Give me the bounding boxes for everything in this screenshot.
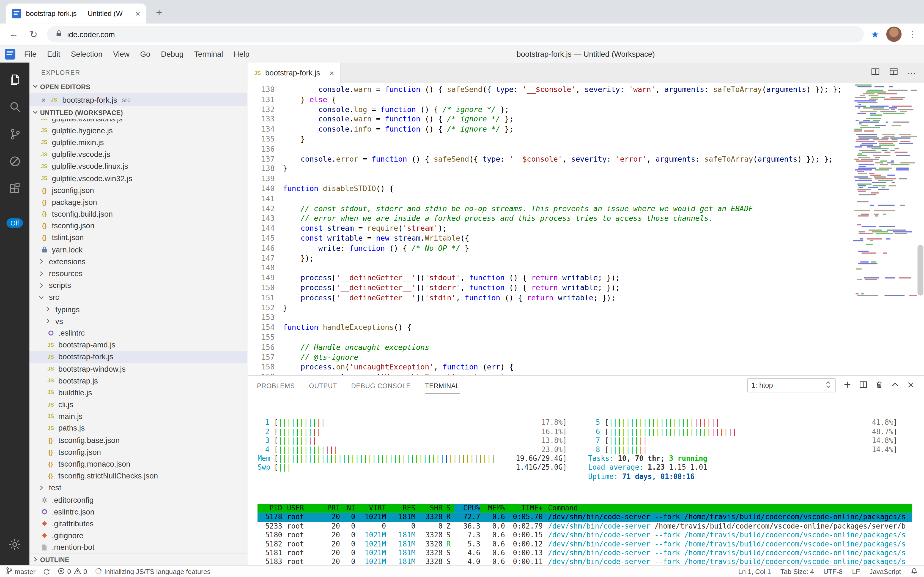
problems-item[interactable]: 0 0 [58,567,87,575]
tree-item-gulpfile-extensions-js[interactable]: JSgulpfile.extensions.js [29,119,247,125]
tree-item-scripts[interactable]: scripts [29,279,247,291]
tree-item-extensions[interactable]: extensions [29,255,247,267]
new-terminal-icon[interactable] [843,380,852,390]
column-header-pri[interactable]: PRI [320,504,340,513]
tree-item-yarn-lock[interactable]: yarn.lock [29,243,247,255]
tree-item-cli-js[interactable]: JScli.js [29,399,247,411]
menu-item-debug[interactable]: Debug [156,50,189,58]
tree-item-bootstrap-window-js[interactable]: JSbootstrap-window.js [29,363,247,375]
panel-tab-terminal[interactable]: TERMINAL [425,377,460,394]
browser-tab[interactable]: bootstrap-fork.js — Untitled (W × [6,3,146,24]
cursor-position[interactable]: Ln 1, Col 1 [738,568,771,575]
tab-size[interactable]: Tab Size: 4 [780,568,814,575]
tree-item-tslint-json[interactable]: {}tslint.json [29,232,247,243]
column-header-cpu[interactable]: CPU% [455,504,480,513]
tree-item-tsconfig-json[interactable]: {}tsconfig.json [29,220,247,232]
open-editor-item[interactable]: × JS bootstrap-fork.js src [29,93,247,106]
tree-item-tsconfig-monaco-json[interactable]: {}tsconfig.monaco.json [29,458,247,470]
search-icon[interactable] [0,93,29,121]
eol-indicator[interactable]: LF [852,568,860,575]
column-header-user[interactable]: USER [282,504,320,513]
tree-item-eslintrc[interactable]: .eslintrc [29,327,247,339]
reload-icon[interactable]: ↻ [27,29,40,40]
language-mode[interactable]: JavaScript [869,568,901,575]
address-bar[interactable]: ide.coder.com [47,26,863,42]
menu-item-file[interactable]: File [19,50,42,58]
tree-item-package-json[interactable]: {}package.json [29,196,247,208]
source-control-icon[interactable] [0,120,29,148]
tree-item-bootstrap-fork-js[interactable]: JSbootstrap-fork.js [29,351,247,363]
panel-tab-debug-console[interactable]: DEBUG CONSOLE [351,377,411,394]
tree-item-gulpfile-vscode-js[interactable]: JSgulpfile.vscode.js [29,148,247,160]
outline-section-header[interactable]: OUTLINE [29,553,247,565]
tree-item-bootstrap-js[interactable]: JSbootstrap.js [29,375,247,387]
editor-layout-icon[interactable] [889,67,898,79]
git-branch-item[interactable]: master [6,567,35,576]
close-editor-tab-icon[interactable]: × [329,68,334,77]
tree-item-src[interactable]: src [29,291,247,303]
back-icon[interactable]: ← [7,29,20,40]
encoding[interactable]: UTF-8 [823,568,842,575]
column-header-command[interactable]: Command [543,504,912,513]
settings-gear-icon[interactable] [0,531,29,558]
tree-item-tsconfig-base-json[interactable]: {}tsconfig.base.json [29,434,247,446]
code-editor[interactable]: 1301311321331341351361371381391401411421… [247,83,924,375]
terminal-select[interactable]: 1: htop [747,378,836,392]
collaboration-off-badge[interactable]: Off [6,218,23,228]
process-row-5182[interactable]: 5182root2001021M181M3328R5.30.60:00.12/d… [257,540,912,549]
panel-tab-problems[interactable]: PROBLEMS [257,377,295,394]
tree-item-tsconfig-strictnullchecks-json[interactable]: {}tsconfig.strictNullChecks.json [29,470,247,482]
tree-item-gitignore[interactable]: .gitignore [29,530,247,542]
tree-item-gulpfile-vscode-linux-js[interactable]: JSgulpfile.vscode.linux.js [29,160,247,172]
sync-icon[interactable] [43,568,50,575]
close-tab-icon[interactable]: × [135,10,140,18]
workspace-section-header[interactable]: UNTITLED (WORKSPACE) [29,106,247,119]
column-header-shr[interactable]: SHR [415,504,443,513]
open-editors-header[interactable]: OPEN EDITORS [29,80,247,93]
avatar[interactable] [886,26,902,42]
close-editor-icon[interactable]: × [41,95,46,104]
editor-scrollbar[interactable] [918,245,923,295]
tree-item-vs[interactable]: vs [29,315,247,327]
maximize-panel-icon[interactable] [891,380,899,390]
tree-item-main-js[interactable]: JSmain.js [29,411,247,422]
menu-item-view[interactable]: View [108,50,135,58]
split-terminal-icon[interactable] [859,380,867,390]
tree-item-gulpfile-vscode-win32-js[interactable]: JSgulpfile.vscode.win32.js [29,172,247,184]
tree-item-buildfile-js[interactable]: JSbuildfile.js [29,387,247,398]
more-actions-icon[interactable]: ⋯ [908,68,916,77]
column-header-pid[interactable]: PID [257,504,282,513]
column-header-time[interactable]: TIME+ [505,504,543,513]
tree-item-gulpfile-mixin-js[interactable]: JSgulpfile.mixin.js [29,137,247,148]
process-row-5183[interactable]: 5183root2001021M181M3328S4.00.60:00.11/d… [257,558,912,565]
browser-menu-icon[interactable]: ⋮ [909,29,917,39]
close-panel-icon[interactable] [907,381,914,390]
process-row-5178[interactable]: 5178root2001021M181M3328R72.70.60:05.70/… [257,513,912,522]
menu-item-go[interactable]: Go [135,50,156,58]
tree-item-eslintrc-json[interactable]: .eslintrc.json [29,506,247,517]
process-row-5180[interactable]: 5180root2001021M181M3328S7.30.60:00.15/d… [257,531,912,540]
tree-item-typings[interactable]: typings [29,303,247,315]
tree-item-editorconfig[interactable]: .editorconfig [29,494,247,506]
panel-tab-output[interactable]: OUTPUT [309,377,337,394]
menu-item-selection[interactable]: Selection [66,50,108,58]
extensions-icon[interactable] [0,174,29,202]
tree-item-bootstrap-amd-js[interactable]: JSbootstrap-amd.js [29,339,247,351]
explorer-icon[interactable] [0,66,29,93]
tree-item-mention-bot[interactable]: .mention-bot [29,542,247,553]
new-tab-button[interactable]: + [151,4,167,21]
language-status-item[interactable]: Initializing JS/TS language features [95,567,211,575]
column-header-mem[interactable]: MEM% [480,504,505,513]
tree-item-paths-js[interactable]: JSpaths.js [29,422,247,434]
column-header-ni[interactable]: NI [340,504,355,513]
bookmark-star-icon[interactable]: ★ [871,29,879,40]
minimap[interactable] [852,84,917,364]
split-editor-icon[interactable] [871,67,880,79]
tree-item-tsconfig-json[interactable]: {}tsconfig.json [29,446,247,458]
tree-item-gulpfile-hygiene-js[interactable]: JSgulpfile.hygiene.js [29,125,247,137]
debug-icon[interactable] [0,148,29,175]
tree-item-test[interactable]: test [29,482,247,494]
notifications-bell-icon[interactable] [911,567,918,576]
process-row-5233[interactable]: 5233root200000Z36.30.00:02.79/dev/shm/bi… [257,522,912,531]
tree-item-tsconfig-build-json[interactable]: {}tsconfig.build.json [29,208,247,220]
